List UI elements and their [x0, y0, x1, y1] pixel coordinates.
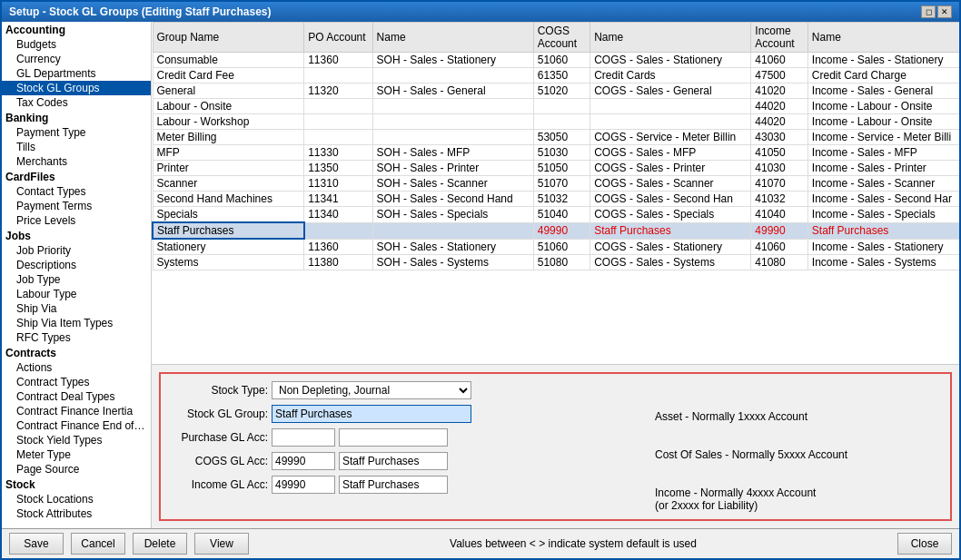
col-header-name1: Name [372, 23, 533, 53]
restore-button[interactable]: ◻ [921, 5, 936, 18]
table-row[interactable]: Second Hand Machines11341SOH - Sales - S… [153, 192, 959, 207]
right-panel: Group Name PO Account Name COGSAccount N… [152, 22, 959, 528]
col-header-group-name: Group Name [153, 23, 304, 53]
form-right: Asset - Normally 1xxxx Account Cost Of S… [655, 381, 943, 512]
sidebar-item-meter-type[interactable]: Meter Type [2, 447, 151, 462]
window-title: Setup - Stock GL Groups (Editing Staff P… [9, 5, 271, 18]
sidebar-item-actions[interactable]: Actions [2, 360, 151, 375]
title-bar: Setup - Stock GL Groups (Editing Staff P… [2, 2, 959, 22]
stock-gl-group-input[interactable] [272, 405, 471, 423]
col-header-po-account: PO Account [304, 23, 372, 53]
sidebar-item-ship-via[interactable]: Ship Via [2, 301, 151, 316]
sidebar-section-jobs[interactable]: Jobs [2, 228, 151, 243]
col-header-cogs-name: Name [590, 23, 751, 53]
sidebar-section-banking[interactable]: Banking [2, 110, 151, 125]
form-row-stock-type: Stock Type: Non Depleting, Journal Non D… [168, 381, 640, 399]
sidebar-item-payment-terms[interactable]: Payment Terms [2, 199, 151, 213]
sidebar-item-merchants[interactable]: Merchants [2, 154, 151, 169]
purchase-hint: Asset - Normally 1xxxx Account [655, 410, 943, 423]
cogs-hint: Cost Of Sales - Normally 5xxxx Account [655, 448, 943, 461]
sidebar-item-stock-gl-groups[interactable]: Stock GL Groups [2, 81, 151, 95]
cancel-button[interactable]: Cancel [71, 533, 125, 555]
table-row[interactable]: Consumable11360SOH - Sales - Stationery5… [153, 53, 959, 68]
data-table: Group Name PO Account Name COGSAccount N… [152, 22, 959, 270]
col-header-income-account: IncomeAccount [751, 23, 808, 53]
close-button[interactable]: ✕ [937, 5, 952, 18]
income-gl-input[interactable] [272, 476, 335, 494]
table-row[interactable]: MFP11330SOH - Sales - MFP51030COGS - Sal… [153, 145, 959, 161]
stock-gl-group-label: Stock GL Group: [168, 408, 268, 420]
form-row-stock-gl-group: Stock GL Group: [168, 405, 640, 423]
sidebar-item-tax-codes[interactable]: Tax Codes [2, 95, 151, 110]
table-row[interactable]: Staff Purchases49990Staff Purchases49990… [153, 222, 959, 239]
sidebar-item-job-type[interactable]: Job Type [2, 272, 151, 287]
form-row-cogs-gl: COGS GL Acc: [168, 452, 640, 470]
income-hint: Income - Normally 4xxxx Account (or 2xxx… [655, 486, 943, 512]
sidebar-section-stock[interactable]: Stock [2, 476, 151, 492]
purchase-gl-input2[interactable] [339, 428, 448, 447]
bottom-bar: Save Cancel Delete View Values between <… [2, 528, 959, 558]
stock-type-label: Stock Type: [168, 384, 268, 397]
close-button-bottom[interactable]: Close [897, 533, 952, 555]
stock-type-select[interactable]: Non Depleting, Journal Non Depleting, As… [272, 381, 471, 399]
sidebar-item-contract-finance-inertia[interactable]: Contract Finance Inertia [2, 404, 151, 418]
cogs-gl-name-input[interactable] [339, 452, 448, 470]
sidebar-item-contract-types[interactable]: Contract Types [2, 375, 151, 389]
window-controls: ◻ ✕ [921, 5, 952, 18]
table-row[interactable]: Printer11350SOH - Sales - Printer51050CO… [153, 161, 959, 176]
table-row[interactable]: Labour - Onsite44020Income - Labour - On… [153, 99, 959, 114]
sidebar-item-currency[interactable]: Currency [2, 52, 151, 66]
view-button[interactable]: View [194, 533, 249, 555]
table-row[interactable]: Credit Card Fee61350Credit Cards47500Cre… [153, 68, 959, 84]
sidebar-item-price-levels[interactable]: Price Levels [2, 213, 151, 228]
income-gl-name-input[interactable] [339, 476, 448, 494]
table-row[interactable]: Scanner11310SOH - Sales - Scanner51070CO… [153, 176, 959, 192]
status-text: Values between < > indicate system defau… [256, 537, 890, 550]
table-area: Group Name PO Account Name COGSAccount N… [152, 22, 959, 365]
table-row[interactable]: Meter Billing53050COGS - Service - Meter… [153, 130, 959, 145]
sidebar-item-tills[interactable]: Tills [2, 140, 151, 154]
sidebar: Accounting Budgets Currency GL Departmen… [2, 22, 152, 528]
form-left: Stock Type: Non Depleting, Journal Non D… [168, 381, 640, 512]
sidebar-item-contract-deal-types[interactable]: Contract Deal Types [2, 389, 151, 404]
purchase-gl-label: Purchase GL Acc: [168, 431, 268, 444]
sidebar-item-descriptions[interactable]: Descriptions [2, 258, 151, 272]
sidebar-item-gl-departments[interactable]: GL Departments [2, 66, 151, 81]
edit-form: Stock Type: Non Depleting, Journal Non D… [159, 372, 952, 521]
sidebar-item-contract-finance-end[interactable]: Contract Finance End of Te [2, 418, 151, 433]
col-header-cogs-account: COGSAccount [533, 23, 590, 53]
sidebar-item-job-priority[interactable]: Job Priority [2, 243, 151, 258]
cogs-gl-input[interactable] [272, 452, 335, 470]
cogs-gl-label: COGS GL Acc: [168, 455, 268, 467]
col-header-income-name: Name [807, 23, 959, 53]
sidebar-item-ship-via-item-types[interactable]: Ship Via Item Types [2, 316, 151, 330]
income-gl-label: Income GL Acc: [168, 478, 268, 491]
form-row-purchase-gl: Purchase GL Acc: [168, 428, 640, 447]
sidebar-item-stock-attributes[interactable]: Stock Attributes [2, 506, 151, 521]
sidebar-item-rfc-types[interactable]: RFC Types [2, 330, 151, 345]
sidebar-item-budgets[interactable]: Budgets [2, 37, 151, 52]
table-row[interactable]: General11320SOH - Sales - General51020CO… [153, 84, 959, 99]
table-row[interactable]: Labour - Workshop44020Income - Labour - … [153, 114, 959, 130]
main-content: Accounting Budgets Currency GL Departmen… [2, 22, 959, 528]
sidebar-section-cardfiles[interactable]: CardFiles [2, 169, 151, 184]
purchase-gl-input1[interactable] [272, 428, 335, 447]
main-window: Setup - Stock GL Groups (Editing Staff P… [0, 0, 961, 560]
sidebar-item-contact-types[interactable]: Contact Types [2, 184, 151, 199]
sidebar-section-contracts[interactable]: Contracts [2, 345, 151, 360]
sidebar-item-stock-yield-types[interactable]: Stock Yield Types [2, 433, 151, 447]
sidebar-item-labour-type[interactable]: Labour Type [2, 287, 151, 301]
table-row[interactable]: Stationery11360SOH - Sales - Stationery5… [153, 239, 959, 255]
sidebar-item-payment-type[interactable]: Payment Type [2, 125, 151, 140]
sidebar-item-page-source[interactable]: Page Source [2, 462, 151, 476]
delete-button[interactable]: Delete [133, 533, 187, 555]
save-button[interactable]: Save [9, 533, 64, 555]
table-row[interactable]: Systems11380SOH - Sales - Systems51080CO… [153, 255, 959, 270]
form-row-income-gl: Income GL Acc: [168, 476, 640, 494]
sidebar-item-stock-locations[interactable]: Stock Locations [2, 492, 151, 506]
sidebar-section-accounting[interactable]: Accounting [2, 22, 151, 37]
table-row[interactable]: Specials11340SOH - Sales - Specials51040… [153, 207, 959, 223]
